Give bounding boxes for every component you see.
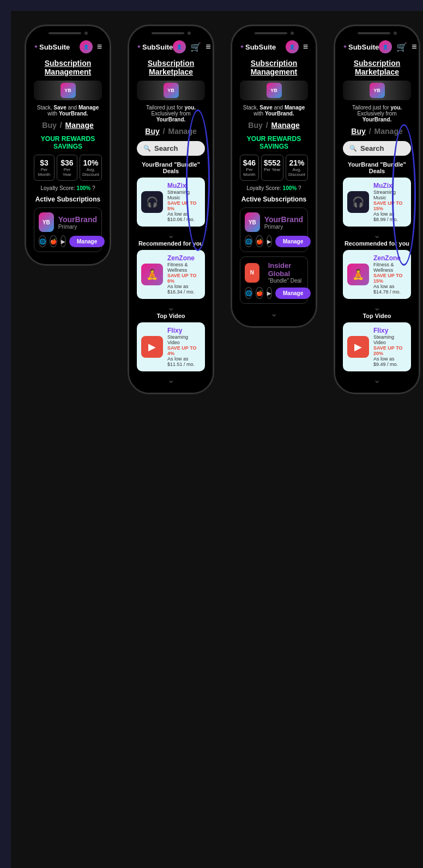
- deal-icon-flixy-tr: ▶: [141, 336, 163, 358]
- savings-disc-lbl-bl: Avg. Discount: [288, 167, 305, 177]
- nav-buy-tl[interactable]: Buy: [42, 121, 56, 130]
- phone-content-bl: ✦ SubSuite 👤 ≡ Subscription Management Y…: [232, 37, 316, 326]
- deal-icon-muzix-br: 🎧: [347, 191, 369, 213]
- logo-bl: ✦ SubSuite: [240, 43, 276, 51]
- deal-type-zenzone-tr: Fitness & Wellness: [167, 262, 201, 273]
- savings-month-val-tl: $3: [37, 158, 52, 167]
- deal-name-muzix-br: MuZix: [373, 182, 407, 190]
- menu-icon-br[interactable]: ≡: [412, 42, 416, 52]
- recommended-title-tr: Recommended for you: [137, 240, 205, 247]
- deal-card-muzix-br[interactable]: 🎧 MuZix Streaming Music SAVE UP TO 15% A…: [343, 178, 411, 227]
- brand-logo-bl: YB: [267, 83, 282, 98]
- menu-icon-tl[interactable]: ≡: [97, 42, 102, 52]
- search-text-tr: Search: [154, 144, 178, 152]
- deal-icon-flixy-br: ▶: [347, 336, 369, 358]
- manage-btn-tl[interactable]: Manage: [69, 236, 105, 247]
- savings-month-val-bl: $46: [243, 158, 256, 167]
- sub-icon-yourbrand-tl: YB: [39, 212, 54, 232]
- savings-cell-year-tl: $36 Per Year: [57, 155, 77, 181]
- loyalty-help-icon-bl[interactable]: ?: [298, 185, 301, 191]
- savings-year-val-bl: $552: [264, 158, 281, 167]
- platform-play-bl: ▶: [267, 235, 272, 247]
- tagline-brand-bl: YourBrand.: [265, 111, 294, 117]
- notch-bar-bl: [255, 32, 287, 34]
- nav-tabs-tr: Buy / Manage: [137, 127, 205, 136]
- deal-icon-muzix-tr: 🎧: [141, 191, 163, 213]
- phone-notch-br: [335, 26, 419, 37]
- sub-card-yourbrand-bl: YB YourBrand Primary 🌐 🍎 ▶ Manage: [240, 207, 308, 252]
- nav-buy-bl[interactable]: Buy: [248, 121, 262, 130]
- manage-btn-yourbrand-bl[interactable]: Manage: [275, 236, 311, 247]
- notch-dot-br: [394, 32, 397, 35]
- savings-title-bl: YOUR REWARDS SAVINGS: [240, 135, 308, 150]
- nav-manage-bl[interactable]: Manage: [271, 121, 300, 130]
- deal-info-flixy-tr: Flixy Steaming Video SAVE UP TO 4% As lo…: [167, 327, 201, 367]
- top-right-phone: ✦ SubSuite 👤 🛒 ≡ Subscription Marketplac…: [128, 25, 214, 394]
- deal-price-zenzone-br: As low as $14.78 / mo.: [373, 284, 407, 295]
- deal-card-zenzone-br[interactable]: 🧘 ZenZone Fitness & Wellness SAVE UP TO …: [343, 250, 411, 299]
- tagline-you-tr: you.: [185, 105, 196, 111]
- deal-card-zenzone-tr[interactable]: 🧘 ZenZone Fitness & Wellness SAVE UP TO …: [137, 250, 205, 299]
- nav-manage-tl[interactable]: Manage: [65, 121, 94, 130]
- tagline-save: Save: [53, 105, 66, 111]
- cart-icon-br[interactable]: 🛒: [396, 42, 407, 52]
- phone-content-br: ✦ SubSuite 👤 🛒 ≡ Subscription Marketplac…: [335, 37, 419, 393]
- deal-price-flixy-tr: As low as $11.51 / mo.: [167, 356, 201, 367]
- brand-logo-tl: YB: [61, 83, 76, 98]
- chevron-down-bundle-tr: ⌄: [137, 230, 205, 240]
- menu-icon-bl[interactable]: ≡: [303, 42, 308, 52]
- search-text-br: Search: [360, 144, 384, 152]
- avatar-br: 👤: [379, 40, 392, 53]
- savings-year-lbl-bl: Per Year: [264, 167, 281, 172]
- nav-tabs-bl: Buy / Manage: [240, 121, 308, 130]
- nav-manage-tr[interactable]: Manage: [168, 127, 197, 136]
- manage-btn-insider-bl[interactable]: Manage: [275, 288, 311, 299]
- nav-buy-tr[interactable]: Buy: [145, 127, 159, 136]
- phone-notch-bl: [232, 26, 316, 37]
- loyalty-bl: Loyalty Score: 100% ?: [240, 185, 308, 191]
- loyalty-help-icon[interactable]: ?: [92, 185, 95, 191]
- avatar-bl: 👤: [286, 40, 299, 53]
- search-bar-br[interactable]: 🔍 Search: [343, 141, 411, 156]
- nav-buy-br[interactable]: Buy: [351, 127, 365, 136]
- topvideo-title-tr: Top Video: [137, 313, 205, 319]
- deal-save-flixy-tr: SAVE UP TO 4%: [167, 345, 201, 356]
- logo-star-icon-bl: ✦: [240, 44, 244, 50]
- nav-manage-br[interactable]: Manage: [374, 127, 403, 136]
- search-bar-tr[interactable]: 🔍 Search: [137, 141, 205, 156]
- deal-card-flixy-tr[interactable]: ▶ Flixy Steaming Video SAVE UP TO 4% As …: [137, 322, 205, 371]
- deal-type-flixy-tr: Steaming Video: [167, 334, 201, 345]
- savings-disc-lbl-tl: Avg. Discount: [82, 167, 99, 177]
- phone-content-tr: ✦ SubSuite 👤 🛒 ≡ Subscription Marketplac…: [129, 37, 213, 393]
- savings-month-lbl-tl: Per Month: [37, 167, 52, 177]
- menu-icon-tr[interactable]: ≡: [206, 42, 210, 52]
- deal-name-flixy-br: Flixy: [373, 327, 407, 334]
- nav-tabs-tl: Buy / Manage: [34, 121, 102, 130]
- cart-icon-tr[interactable]: 🛒: [190, 42, 201, 52]
- avatar-tl: 👤: [80, 40, 93, 53]
- chevron-down-video-tr: ⌄: [137, 375, 205, 385]
- sub-info-insider-bl: Insider Global "Bundle" Deal: [268, 261, 303, 284]
- deal-save-zenzone-tr: SAVE UP TO 6%: [167, 273, 201, 284]
- brand-banner-tr: YB: [137, 81, 205, 100]
- chevron-down-rec-br: ⌄: [343, 302, 411, 313]
- tagline-with: with: [47, 111, 59, 117]
- deal-save-zenzone-br: SAVE UP TO 15%: [373, 273, 407, 284]
- sub-card-top-insider-bl: N Insider Global "Bundle" Deal: [245, 261, 303, 284]
- active-subs-title-bl: Active Subscriptions: [240, 195, 308, 203]
- bundle-title-br: YourBrand "Bundle" Deals: [343, 161, 411, 174]
- header-icons-tl: 👤 ≡: [80, 40, 102, 53]
- app-header-bl: ✦ SubSuite 👤 ≡: [240, 37, 308, 57]
- sub-card-top-bl: YB YourBrand Primary: [245, 212, 303, 232]
- app-header-tl: ✦ SubSuite 👤 ≡: [34, 37, 102, 57]
- loyalty-pct-bl: 100%: [283, 185, 297, 191]
- platform-web-insider-bl: 🌐: [245, 287, 252, 299]
- savings-cell-disc-tl: 10% Avg. Discount: [80, 155, 102, 181]
- savings-year-val-tl: $36: [59, 158, 75, 167]
- deal-card-flixy-br[interactable]: ▶ Flixy Steaming Video SAVE UP TO 20% As…: [343, 322, 411, 371]
- logo-br: ✦ SubSuite: [343, 43, 379, 51]
- deal-info-zenzone-br: ZenZone Fitness & Wellness SAVE UP TO 15…: [373, 254, 407, 295]
- savings-title-tl: YOUR REWARDS SAVINGS: [34, 135, 102, 150]
- deal-card-muzix-tr[interactable]: 🎧 MuZix Streaming Music SAVE UP TO 5% As…: [137, 178, 205, 227]
- brand-logo-tr: YB: [164, 83, 179, 98]
